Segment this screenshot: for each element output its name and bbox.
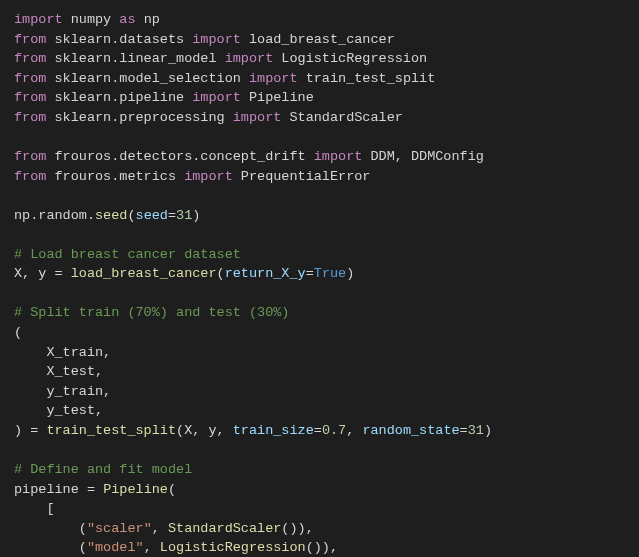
token-pl: sklearn.pipeline (46, 90, 192, 105)
token-pl: np.random. (14, 208, 95, 223)
token-fn: LogisticRegression (160, 540, 306, 555)
token-pl: ( (168, 482, 176, 497)
token-fn: Pipeline (103, 482, 168, 497)
token-fn: StandardScaler (168, 521, 281, 536)
code-line: from sklearn.pipeline import Pipeline (14, 88, 625, 108)
token-pl: PrequentialError (233, 169, 371, 184)
code-line: from sklearn.datasets import load_breast… (14, 30, 625, 50)
token-pl: Pipeline (241, 90, 314, 105)
token-pl: X_train, (14, 345, 111, 360)
code-line: X_test, (14, 362, 625, 382)
token-pl: numpy (63, 12, 120, 27)
token-pl: sklearn.preprocessing (46, 110, 232, 125)
token-pl: ) = (14, 423, 46, 438)
code-line: from frouros.detectors.concept_drift imp… (14, 147, 625, 167)
token-fn: load_breast_cancer (71, 266, 217, 281)
code-line (14, 440, 625, 460)
token-fn: seed (95, 208, 127, 223)
code-line (14, 186, 625, 206)
token-kw: import (314, 149, 363, 164)
code-line: pipeline = Pipeline( (14, 480, 625, 500)
token-pl: , (152, 521, 168, 536)
code-line: from frouros.metrics import PrequentialE… (14, 167, 625, 187)
token-arg: train_size (233, 423, 314, 438)
token-pl: np (136, 12, 160, 27)
token-str: "model" (87, 540, 144, 555)
token-pl: frouros.detectors.concept_drift (46, 149, 313, 164)
token-com: # Load breast cancer dataset (14, 247, 241, 262)
token-kw: as (119, 12, 135, 27)
token-pl: X_test, (14, 364, 103, 379)
code-line: ) = train_test_split(X, y, train_size=0.… (14, 421, 625, 441)
token-pl: frouros.metrics (46, 169, 184, 184)
token-str: "scaler" (87, 521, 152, 536)
token-kw: from (14, 51, 46, 66)
code-line (14, 127, 625, 147)
token-kw: from (14, 90, 46, 105)
token-pl: X, y = (14, 266, 71, 281)
token-kw: import (249, 71, 298, 86)
token-pl: = (168, 208, 176, 223)
token-pl: train_test_split (298, 71, 436, 86)
code-line: from sklearn.linear_model import Logisti… (14, 49, 625, 69)
code-line: import numpy as np (14, 10, 625, 30)
token-pl: = (306, 266, 314, 281)
code-line: X_train, (14, 343, 625, 363)
token-arg: return_X_y (225, 266, 306, 281)
code-line: # Split train (70%) and test (30%) (14, 303, 625, 323)
token-pl: StandardScaler (281, 110, 403, 125)
token-pl: ( (127, 208, 135, 223)
token-kw: import (192, 32, 241, 47)
code-line: ("scaler", StandardScaler()), (14, 519, 625, 539)
token-pl: y_test, (14, 403, 103, 418)
code-block: import numpy as npfrom sklearn.datasets … (0, 0, 639, 557)
token-pl: ) (192, 208, 200, 223)
token-pl: ( (14, 540, 87, 555)
token-pl: = (314, 423, 322, 438)
token-pl: LogisticRegression (273, 51, 427, 66)
code-line: y_train, (14, 382, 625, 402)
token-kw: from (14, 32, 46, 47)
token-pl: sklearn.linear_model (46, 51, 224, 66)
token-pl: (X, y, (176, 423, 233, 438)
code-line: from sklearn.model_selection import trai… (14, 69, 625, 89)
token-kw: from (14, 71, 46, 86)
token-pl: , (144, 540, 160, 555)
code-line: # Load breast cancer dataset (14, 245, 625, 265)
code-line: X, y = load_breast_cancer(return_X_y=Tru… (14, 264, 625, 284)
code-line: ( (14, 323, 625, 343)
token-kw: from (14, 110, 46, 125)
token-pl: sklearn.datasets (46, 32, 192, 47)
code-line (14, 225, 625, 245)
code-line: np.random.seed(seed=31) (14, 206, 625, 226)
token-pl: load_breast_cancer (241, 32, 395, 47)
token-kw: import (14, 12, 63, 27)
code-line: # Define and fit model (14, 460, 625, 480)
token-pl: ( (14, 325, 22, 340)
token-kw: from (14, 169, 46, 184)
token-kw: import (233, 110, 282, 125)
token-pl: pipeline = (14, 482, 103, 497)
token-kw: import (192, 90, 241, 105)
token-pl: , (346, 423, 362, 438)
token-com: # Define and fit model (14, 462, 192, 477)
code-line (14, 284, 625, 304)
token-pl: ()), (306, 540, 338, 555)
token-arg: random_state (362, 423, 459, 438)
token-pl: ()), (281, 521, 313, 536)
token-pl: DDM, DDMConfig (362, 149, 484, 164)
token-num: 0.7 (322, 423, 346, 438)
token-pl: ( (14, 521, 87, 536)
token-arg: seed (136, 208, 168, 223)
token-num: 31 (468, 423, 484, 438)
token-pl: = (460, 423, 468, 438)
code-line: [ (14, 499, 625, 519)
token-kw: from (14, 149, 46, 164)
token-com: # Split train (70%) and test (30%) (14, 305, 289, 320)
code-line: ("model", LogisticRegression()), (14, 538, 625, 557)
token-pl: ) (346, 266, 354, 281)
token-pl: sklearn.model_selection (46, 71, 249, 86)
token-pl: y_train, (14, 384, 111, 399)
token-pl: ) (484, 423, 492, 438)
token-num: 31 (176, 208, 192, 223)
